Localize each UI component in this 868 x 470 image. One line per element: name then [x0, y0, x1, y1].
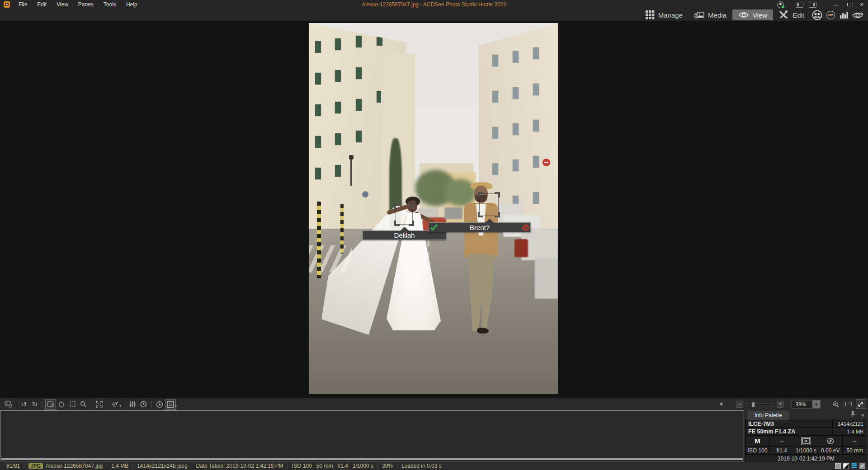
minimize-button[interactable]: — — [830, 0, 843, 9]
auto-advance-icon[interactable] — [138, 399, 149, 410]
menu-bar: FileEditViewPanesToolsHelp — [14, 0, 142, 9]
zoom-percent-select[interactable]: 39% ▼ — [792, 400, 821, 409]
photo-window-shutter — [533, 47, 539, 59]
focal-length-value: 50 mm — [842, 446, 867, 454]
faces-dropdown-icon[interactable]: ▾ — [175, 404, 177, 408]
photo-window-shutter — [533, 120, 539, 132]
restore-button[interactable] — [843, 0, 855, 9]
photo-window-shutter — [492, 127, 498, 139]
filters-icon[interactable] — [127, 399, 138, 410]
mode-button-media[interactable]: Media — [689, 9, 732, 20]
pan-hand-icon[interactable] — [56, 399, 67, 410]
toggle-right-panel-icon[interactable] — [809, 2, 816, 8]
zoom-percent-dropdown-icon[interactable]: ▼ — [812, 400, 820, 408]
zoom-percent-value: 39% — [792, 401, 812, 408]
photo-car — [535, 258, 558, 299]
color-square-icon[interactable] — [835, 463, 841, 469]
photo-window-shutter — [492, 55, 498, 66]
photo-window-shutter — [533, 192, 539, 204]
photo-window-shutter — [356, 36, 362, 47]
actual-size-button[interactable]: 1:1 — [844, 401, 853, 408]
zoom-out-button[interactable]: − — [736, 401, 743, 408]
photo-window-shutter — [356, 131, 362, 142]
default-view-tool-icon[interactable] — [45, 399, 56, 410]
status-separator — [377, 463, 378, 469]
mode-label: Edit — [793, 11, 804, 19]
people-icon[interactable] — [810, 9, 824, 20]
mode-button-edit[interactable]: Edit — [773, 9, 810, 20]
account-avatar-icon[interactable] — [777, 1, 784, 8]
database-icon[interactable] — [851, 463, 857, 469]
face-frame-brent[interactable] — [479, 193, 499, 216]
contrast-icon[interactable] — [843, 463, 849, 469]
fullscreen-icon[interactable] — [94, 399, 104, 410]
status-separator — [446, 463, 446, 469]
status-bar: 61/81JPGAlesso-1226587047.jpg1.4 MB1414x… — [0, 461, 868, 470]
close-button[interactable]: ✕ — [855, 0, 868, 9]
zoom-slider-thumb[interactable] — [752, 402, 755, 408]
dashboard-icon[interactable] — [837, 9, 851, 20]
select-tool-icon[interactable] — [67, 399, 78, 410]
image-dimensions: 1414x2121 — [832, 420, 867, 428]
rotate-left-icon[interactable]: ↺ — [19, 399, 29, 410]
status-filename: JPGAlesso-1226587047.jpg — [26, 463, 105, 469]
menu-panes[interactable]: Panes — [73, 0, 99, 9]
status-icons: ✓ — [835, 463, 868, 469]
rotate-right-icon[interactable]: ↻ — [29, 399, 40, 410]
external-editor-icon[interactable] — [109, 399, 120, 410]
metering-icon — [794, 436, 818, 446]
photo-window-shutter — [356, 99, 362, 111]
white-balance: -- — [769, 436, 794, 446]
pin-icon[interactable] — [850, 411, 855, 419]
export-image-icon[interactable] — [3, 399, 14, 410]
face-name: Brent? — [439, 224, 520, 231]
fit-image-button[interactable] — [856, 400, 865, 409]
mode-label: Manage — [658, 11, 683, 19]
app-icon — [4, 1, 10, 8]
acdsee-logo-icon[interactable] — [851, 9, 864, 20]
zoom-tool-icon[interactable] — [78, 399, 89, 410]
photo-window-shutter — [356, 67, 362, 79]
confirm-face-button[interactable] — [429, 223, 439, 232]
menu-edit[interactable]: Edit — [32, 0, 52, 9]
checkmark-icon[interactable]: ✓ — [859, 463, 865, 469]
camera-model: ILCE-7M3 — [745, 420, 832, 428]
photo-window-shutter — [335, 165, 341, 177]
info-close-icon[interactable]: × — [861, 412, 864, 418]
status-separator — [192, 463, 192, 469]
zoom-menu-icon[interactable]: ▼ — [716, 399, 726, 410]
zoom-in-button[interactable]: + — [777, 401, 783, 408]
slideshow-icon[interactable] — [154, 399, 165, 410]
shutter-value: 1/1000 s — [794, 446, 818, 454]
external-editor-dropdown-icon[interactable]: ▾ — [119, 404, 122, 408]
photo-canvas[interactable]: Delilah Brent? — [309, 23, 558, 394]
mode-button-view[interactable]: View — [732, 9, 773, 20]
menu-view[interactable]: View — [52, 0, 73, 9]
acdsee-365-badge: 365 — [826, 11, 835, 19]
photo-road-sign — [362, 191, 368, 197]
reject-face-button[interactable] — [520, 223, 530, 232]
photo-window-shutter — [513, 160, 519, 171]
face-frame-delilah[interactable] — [396, 206, 413, 225]
photo-car — [514, 239, 528, 257]
title-bar: FileEditViewPanesToolsHelp Alesso-122658… — [0, 0, 868, 9]
status-separator — [24, 463, 24, 469]
acdsee-365-icon[interactable]: 365 — [824, 9, 837, 20]
photo-window-shutter — [513, 123, 519, 135]
view-toolbar: ↺ ↻ ▾ ▾ ▼ − + 39% ▼ — [0, 398, 868, 410]
mode-button-manage[interactable]: Manage — [640, 9, 689, 20]
menu-tools[interactable]: Tools — [99, 0, 121, 9]
menu-help[interactable]: Help — [121, 0, 142, 9]
menu-file[interactable]: File — [14, 0, 32, 9]
flash-off-icon — [818, 436, 842, 446]
face-label-brent[interactable]: Brent? — [429, 222, 531, 232]
show-faces-icon[interactable] — [165, 399, 176, 410]
toggle-left-panel-icon[interactable] — [796, 2, 803, 8]
mode-bar: ManageMediaViewEdit365 — [0, 9, 868, 21]
zoom-reset-icon[interactable] — [830, 399, 841, 410]
info-palette-tab[interactable]: Info Palette — [747, 411, 789, 420]
toggle-bottom-panel-icon[interactable] — [0, 410, 744, 461]
aperture-value: f/1.4 — [769, 446, 794, 454]
format-badge: JPG — [28, 463, 43, 469]
zoom-slider[interactable] — [746, 404, 774, 405]
